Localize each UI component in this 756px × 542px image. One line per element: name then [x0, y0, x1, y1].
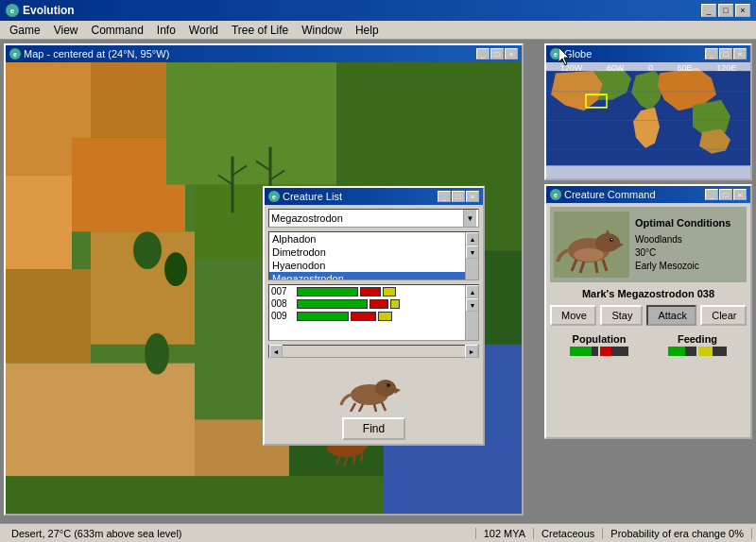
map-window-buttons: _ □ × [476, 48, 518, 59]
find-button[interactable]: Find [342, 417, 405, 440]
bar-009-yellow [378, 312, 392, 321]
map-minimize-btn[interactable]: _ [476, 48, 490, 59]
bars-scrollbar[interactable]: ▲ ▼ [465, 285, 478, 340]
svg-marker-50 [605, 229, 610, 235]
optimal-temp: 30°C [635, 246, 730, 260]
creature-list-maximize-btn[interactable]: □ [452, 191, 465, 202]
optimal-habitat: Woodlands [635, 233, 730, 246]
map-maximize-btn[interactable]: □ [490, 48, 504, 59]
scrollbar-up-btn[interactable]: ▲ [466, 232, 479, 246]
menu-world[interactable]: World [183, 23, 224, 38]
creature-info: Optimal Conditions Woodlands 30°C Early … [635, 216, 730, 272]
title-bar: e Evolution _ □ × [0, 0, 756, 21]
globe-close-btn[interactable]: × [733, 48, 747, 59]
bar-id-007: 007 [271, 286, 295, 296]
creature-cmd-maximize-btn[interactable]: □ [719, 189, 732, 200]
svg-line-52 [580, 262, 584, 273]
status-probability: Probability of era change 0% [603, 528, 752, 539]
globe-icon: e [550, 48, 561, 59]
bar-id-009: 009 [271, 311, 295, 321]
horiz-scroll-left-btn[interactable]: ◄ [269, 345, 283, 358]
close-button[interactable]: × [735, 4, 750, 17]
svg-rect-8 [6, 269, 91, 364]
creature-list-window: e Creature List _ □ × Megazostrodon ▼ Al… [263, 186, 485, 446]
feeding-bar-green [668, 347, 696, 356]
map-close-btn[interactable]: × [505, 48, 518, 59]
optimal-conditions-title: Optimal Conditions [635, 216, 730, 230]
bar-008-green [297, 299, 368, 309]
clear-button[interactable]: Clear [700, 305, 747, 326]
bar-id-008: 008 [271, 298, 295, 309]
find-btn-row: Find [268, 417, 479, 440]
menu-window[interactable]: Window [296, 23, 348, 38]
creature-cmd-close-btn[interactable]: × [733, 189, 747, 200]
creature-list-title-text: Creature List [283, 191, 342, 202]
menu-tree-of-life[interactable]: Tree of Life [226, 23, 294, 38]
map-title-text: Map - centered at (24°N, 95°W) [24, 48, 169, 59]
menu-info[interactable]: Info [151, 23, 181, 38]
bar-007-red [360, 287, 381, 296]
list-scrollbar[interactable]: ▲ ▼ [465, 232, 478, 279]
globe-title-bar[interactable]: e Globe _ □ × [546, 45, 750, 62]
creature-cmd-icon: e [550, 189, 561, 200]
creature-cmd-content: Optimal Conditions Woodlands 30°C Early … [546, 203, 750, 437]
globe-window: e Globe _ □ × 120W 60W 0 60E 120E [544, 43, 752, 180]
status-mya: 102 MYA [476, 528, 534, 539]
menu-command[interactable]: Command [85, 23, 148, 38]
menu-help[interactable]: Help [350, 23, 385, 38]
feeding-bar-yellow [698, 347, 727, 356]
globe-maximize-btn[interactable]: □ [719, 48, 732, 59]
creature-listbox[interactable]: Alphadon Dimetrodon Hyaenodon Megazostro… [268, 231, 479, 280]
creature-list-title-bar[interactable]: e Creature List _ □ × [265, 188, 483, 205]
stay-button[interactable]: Stay [600, 305, 643, 326]
list-item-hyaenodon[interactable]: Hyaenodon [269, 259, 465, 272]
dropdown-arrow-icon[interactable]: ▼ [463, 210, 476, 227]
svg-line-51 [572, 260, 576, 271]
svg-point-55 [574, 248, 604, 262]
svg-point-59 [387, 383, 390, 387]
creature-list-minimize-btn[interactable]: _ [438, 191, 451, 202]
svg-line-60 [351, 403, 355, 412]
creature-list-close-btn[interactable]: × [466, 191, 479, 202]
title-buttons: _ □ × [701, 4, 750, 17]
horiz-scroll-track [283, 346, 465, 357]
globe-content[interactable]: 120W 60W 0 60E 120E [546, 62, 750, 178]
horiz-scroll-right-btn[interactable]: ► [465, 345, 478, 358]
attack-button[interactable]: Attack [646, 305, 696, 326]
creature-list-title-left: e Creature List [268, 191, 342, 202]
population-stat: Population [570, 333, 628, 356]
creature-dropdown[interactable]: Megazostrodon ▼ [268, 209, 479, 228]
horizontal-scrollbar[interactable]: ◄ ► [268, 345, 479, 358]
bars-scroll-down-btn[interactable]: ▼ [466, 298, 479, 312]
feeding-bars [668, 347, 727, 356]
globe-coord-labels: 120W 60W 0 60E 120E [546, 62, 750, 74]
scrollbar-down-btn[interactable]: ▼ [466, 246, 479, 259]
svg-line-61 [359, 404, 363, 412]
app-title: Evolution [23, 4, 75, 17]
globe-map-svg [546, 62, 750, 178]
bars-scroll-up-btn[interactable]: ▲ [466, 285, 479, 298]
creature-cmd-minimize-btn[interactable]: _ [705, 189, 718, 200]
globe-minimize-btn[interactable]: _ [705, 48, 718, 59]
svg-line-53 [595, 262, 597, 273]
list-item-megazostrodon[interactable]: Megazostrodon [269, 272, 465, 280]
menu-view[interactable]: View [48, 23, 84, 38]
creature-sprite [556, 214, 627, 276]
minimize-button[interactable]: _ [701, 4, 716, 17]
bar-008-yellow [390, 299, 400, 309]
bar-row-008: 008 [269, 297, 478, 310]
svg-point-23 [145, 333, 169, 375]
menu-game[interactable]: Game [4, 23, 46, 38]
maximize-button[interactable]: □ [718, 4, 733, 17]
bar-row-007: 007 [269, 285, 478, 297]
creature-display-area: Optimal Conditions Woodlands 30°C Early … [550, 207, 747, 282]
creature-command-window: e Creature Command _ □ × [544, 184, 752, 439]
svg-point-49 [611, 238, 612, 239]
map-title-bar[interactable]: e Map - centered at (24°N, 95°W) _ □ × [6, 45, 522, 62]
move-button[interactable]: Move [550, 305, 596, 326]
population-label: Population [573, 333, 627, 345]
list-item-alphadon[interactable]: Alphadon [269, 232, 465, 246]
creature-cmd-title-bar[interactable]: e Creature Command _ □ × [546, 186, 750, 203]
globe-window-buttons: _ □ × [705, 48, 747, 59]
list-item-dimetrodon[interactable]: Dimetrodon [269, 246, 465, 259]
